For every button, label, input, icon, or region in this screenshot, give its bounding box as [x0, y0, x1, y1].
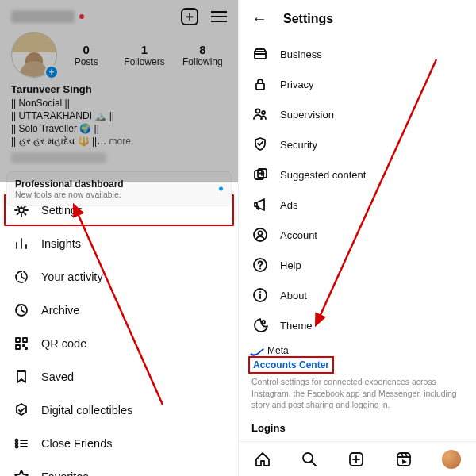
theme-icon — [251, 317, 269, 334]
menu-label: Favorites — [41, 470, 89, 476]
svg-point-0 — [19, 208, 24, 213]
suggested-icon — [251, 166, 269, 183]
stat-posts[interactable]: 0Posts — [57, 43, 115, 67]
bio: Tarunveer Singh || NonSocial || || UTTAR… — [0, 78, 238, 148]
svg-point-19 — [259, 268, 261, 270]
menu-item-insights[interactable]: Insights — [0, 227, 238, 260]
stat-following[interactable]: 8Following — [174, 43, 232, 67]
menu-label: Saved — [41, 370, 74, 383]
megaphone-icon — [251, 196, 269, 213]
settings-item-business[interactable]: Business — [239, 39, 476, 69]
options-drawer: SettingsInsightsYour activityArchiveQR c… — [0, 190, 238, 476]
svg-point-23 — [303, 453, 313, 463]
account-icon — [251, 226, 269, 244]
meta-brand: Meta — [251, 345, 463, 356]
bio-more[interactable]: more — [109, 136, 130, 147]
menu-item-your-activity[interactable]: Your activity — [0, 260, 238, 294]
reels-icon[interactable] — [395, 451, 413, 468]
settings-label: Ads — [280, 199, 298, 211]
menu-label: Your activity — [41, 271, 103, 283]
svg-rect-3 — [16, 338, 20, 342]
svg-point-17 — [259, 232, 263, 236]
create-icon[interactable] — [347, 451, 365, 468]
svg-point-12 — [256, 109, 260, 113]
help-icon — [251, 256, 269, 274]
svg-point-13 — [262, 111, 265, 114]
star-icon — [13, 468, 30, 476]
accounts-center-description: Control settings for connected experienc… — [251, 376, 463, 411]
settings-label: About — [280, 290, 307, 301]
menu-item-close-friends[interactable]: Close Friends — [0, 427, 238, 460]
page-title: Settings — [283, 12, 333, 26]
svg-point-7 — [16, 443, 18, 445]
menu-label: Close Friends — [41, 437, 112, 450]
settings-item-suggested-content[interactable]: Suggested content — [239, 159, 476, 190]
meta-logo-icon — [250, 344, 264, 358]
business-icon — [251, 45, 269, 63]
search-icon[interactable] — [301, 451, 318, 468]
accounts-center-link[interactable]: Accounts Center — [251, 359, 331, 370]
profile-tab-avatar[interactable] — [442, 450, 461, 469]
settings-label: Privacy — [280, 79, 314, 90]
menu-item-favorites[interactable]: Favorites — [0, 460, 238, 476]
settings-item-privacy[interactable]: Privacy — [239, 69, 476, 99]
menu-item-saved[interactable]: Saved — [0, 360, 238, 393]
settings-screen: ← Settings BusinessPrivacySupervisionSec… — [238, 0, 476, 476]
qr-icon — [13, 335, 30, 352]
svg-rect-11 — [256, 83, 264, 90]
menu-item-archive[interactable]: Archive — [0, 294, 238, 327]
settings-item-supervision[interactable]: Supervision — [239, 99, 476, 129]
settings-label: Theme — [280, 320, 312, 332]
shield-icon — [251, 136, 269, 153]
add-story-badge[interactable]: + — [44, 65, 59, 79]
about-icon — [251, 286, 269, 304]
menu-item-qr-code[interactable]: QR code — [0, 327, 238, 360]
story-highlight-obscured — [11, 152, 106, 163]
profile-header: ＋ + 0Posts 1Followers 8Following Tarunve… — [0, 0, 238, 182]
settings-item-help[interactable]: Help — [239, 250, 476, 280]
logins-heading: Logins — [239, 411, 476, 434]
settings-item-security[interactable]: Security — [239, 129, 476, 159]
home-icon[interactable] — [254, 451, 271, 468]
settings-label: Help — [280, 259, 301, 271]
svg-rect-5 — [16, 345, 20, 349]
avatar[interactable]: + — [11, 32, 57, 78]
svg-point-22 — [262, 321, 265, 324]
stat-followers[interactable]: 1Followers — [115, 43, 173, 67]
username-dropdown[interactable] — [11, 10, 84, 23]
bookmark-icon — [13, 368, 30, 386]
settings-list: BusinessPrivacySupervisionSecuritySugges… — [239, 37, 476, 340]
bottom-tab-bar — [239, 441, 476, 476]
notification-dot — [79, 14, 84, 19]
settings-label: Suggested content — [280, 169, 366, 181]
username-obscured — [11, 10, 75, 23]
hexagon-icon — [13, 401, 30, 419]
hamburger-menu-icon[interactable] — [211, 11, 227, 22]
settings-item-theme[interactable]: Theme — [239, 310, 476, 340]
settings-item-account[interactable]: Account — [239, 220, 476, 250]
professional-dashboard-card[interactable]: Professional dashboard New tools are now… — [6, 171, 232, 206]
settings-label: Supervision — [280, 109, 334, 121]
menu-label: QR code — [41, 337, 86, 350]
settings-item-ads[interactable]: Ads — [239, 190, 476, 220]
archive-icon — [13, 301, 30, 319]
menu-item-digital-collectibles[interactable]: Digital collectibles — [0, 393, 238, 427]
create-post-icon[interactable]: ＋ — [181, 8, 198, 25]
lock-icon — [251, 75, 269, 93]
settings-label: Security — [280, 139, 317, 151]
close-friends-icon — [13, 435, 30, 452]
profile-screen: ＋ + 0Posts 1Followers 8Following Tarunve… — [0, 0, 238, 476]
svg-point-21 — [259, 291, 261, 293]
svg-rect-10 — [255, 52, 266, 59]
settings-item-about[interactable]: About — [239, 280, 476, 310]
profile-name: Tarunveer Singh — [11, 83, 227, 97]
bar-chart-icon — [13, 235, 30, 252]
back-icon[interactable]: ← — [251, 10, 267, 28]
supervision-icon — [251, 106, 269, 123]
menu-label: Insights — [41, 237, 81, 250]
svg-point-8 — [16, 446, 18, 448]
menu-label: Digital collectibles — [41, 404, 132, 416]
svg-point-6 — [16, 440, 18, 442]
svg-rect-25 — [397, 453, 410, 466]
clock-icon — [13, 268, 30, 286]
